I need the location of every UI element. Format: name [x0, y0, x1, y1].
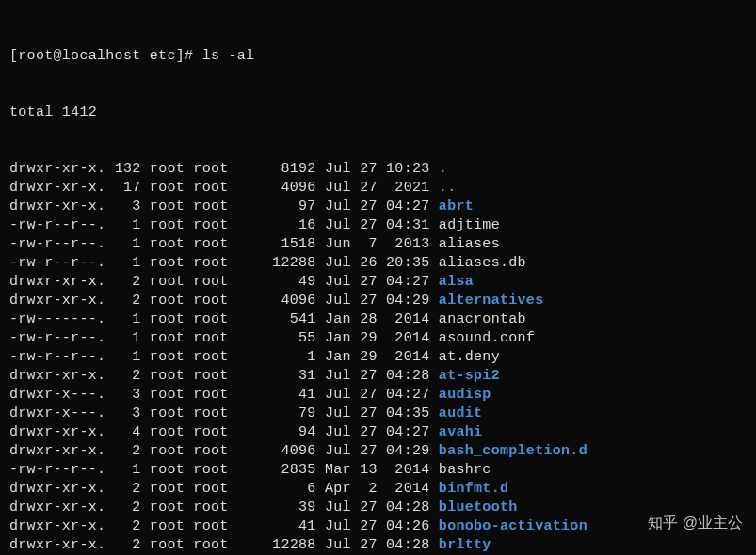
month: Jul [316, 405, 351, 421]
owner: root [141, 405, 185, 421]
terminal-output: [root@localhost etc]# ls -al total 1412 … [9, 9, 747, 555]
owner: root [141, 443, 185, 459]
file-name: anacrontab [430, 311, 526, 327]
permissions: drwxr-xr-x. [9, 518, 105, 534]
link-count: 1 [105, 217, 140, 233]
file-name: asound.conf [430, 330, 536, 346]
size: 41 [246, 387, 315, 403]
month: Jul [316, 518, 351, 534]
size: 79 [246, 405, 315, 421]
link-count: 3 [105, 198, 140, 214]
owner: root [141, 255, 185, 271]
permissions: -rw-r--r--. [9, 236, 105, 252]
owner: root [141, 217, 185, 233]
day: 27 [351, 405, 378, 421]
list-item: drwxr-xr-x. 2 root root 49 Jul 27 04:27 … [9, 273, 747, 292]
list-item: -rw-------. 1 root root 541 Jan 28 2014 … [9, 310, 747, 329]
group: root [185, 387, 246, 403]
owner: root [141, 481, 185, 497]
directory-name: audisp [430, 387, 491, 403]
month: Jul [316, 293, 351, 309]
group: root [185, 255, 246, 271]
time-or-year: 04:31 [378, 217, 430, 233]
day: 27 [351, 387, 378, 403]
owner: root [141, 500, 185, 515]
month: Jul [316, 387, 351, 403]
directory-name: abrt [430, 198, 475, 214]
size: 16 [246, 217, 315, 233]
link-count: 1 [105, 255, 140, 271]
link-count: 2 [105, 518, 140, 534]
permissions: drwxr-xr-x. [9, 443, 105, 459]
day: 28 [351, 311, 378, 327]
owner: root [141, 311, 185, 327]
group: root [185, 293, 246, 309]
list-item: -rw-r--r--. 1 root root 55 Jan 29 2014 a… [9, 329, 747, 348]
link-count: 1 [105, 236, 140, 252]
link-count: 2 [105, 537, 140, 553]
time-or-year: 04:29 [378, 443, 430, 459]
month: Jun [316, 236, 351, 252]
group: root [185, 424, 246, 440]
owner: root [141, 387, 185, 403]
list-item: drwxr-xr-x. 2 root root 31 Jul 27 04:28 … [9, 367, 747, 386]
link-count: 4 [105, 424, 140, 440]
file-name: at.deny [430, 349, 500, 365]
file-name: aliases.db [430, 255, 526, 271]
day: 27 [351, 518, 378, 534]
directory-name: alsa [430, 274, 475, 290]
day: 29 [351, 349, 378, 365]
time-or-year: 04:29 [378, 293, 430, 309]
owner: root [141, 424, 185, 440]
directory-name: bluetooth [430, 500, 518, 515]
permissions: drwxr-x---. [9, 405, 105, 421]
permissions: -rw-r--r--. [9, 255, 105, 271]
size: 541 [246, 311, 315, 327]
permissions: drwxr-xr-x. [9, 180, 105, 196]
owner: root [141, 293, 185, 309]
owner: root [141, 161, 185, 177]
size: 8192 [246, 161, 315, 177]
list-item: drwxr-xr-x. 3 root root 97 Jul 27 04:27 … [9, 198, 747, 216]
month: Jul [316, 368, 351, 384]
directory-name: bash_completion.d [430, 443, 587, 459]
month: Jul [316, 255, 351, 271]
list-item: drwxr-x---. 3 root root 79 Jul 27 04:35 … [9, 404, 747, 423]
file-name: adjtime [430, 217, 500, 233]
list-item: drwxr-xr-x. 2 root root 39 Jul 27 04:28 … [9, 499, 747, 517]
time-or-year: 04:26 [378, 518, 430, 534]
link-count: 17 [105, 180, 140, 196]
size: 1518 [246, 236, 315, 252]
day: 27 [351, 180, 378, 196]
time-or-year: 04:27 [378, 424, 430, 440]
size: 94 [246, 424, 315, 440]
day: 29 [351, 330, 378, 346]
directory-name: alternatives [430, 293, 544, 309]
size: 4096 [246, 180, 315, 196]
directory-name: .. [430, 180, 457, 196]
size: 55 [246, 330, 315, 346]
owner: root [141, 368, 185, 384]
link-count: 2 [105, 443, 140, 459]
link-count: 2 [105, 293, 140, 309]
group: root [185, 481, 246, 497]
group: root [185, 198, 246, 214]
list-item: -rw-r--r--. 1 root root 1518 Jun 7 2013 … [9, 235, 747, 254]
permissions: drwxr-xr-x. [9, 500, 105, 515]
permissions: drwxr-xr-x. [9, 481, 105, 497]
directory-name: avahi [430, 424, 483, 440]
time-or-year: 04:28 [378, 537, 430, 553]
permissions: drwxr-xr-x. [9, 198, 105, 214]
directory-name: at-spi2 [430, 368, 500, 384]
time-or-year: 04:27 [378, 274, 430, 290]
link-count: 3 [105, 405, 140, 421]
month: Jul [316, 274, 351, 290]
owner: root [141, 236, 185, 252]
size: 1 [246, 349, 315, 365]
owner: root [141, 349, 185, 365]
size: 4096 [246, 293, 315, 309]
link-count: 2 [105, 500, 140, 515]
size: 2835 [246, 462, 315, 478]
month: Mar [316, 462, 351, 478]
group: root [185, 500, 246, 515]
